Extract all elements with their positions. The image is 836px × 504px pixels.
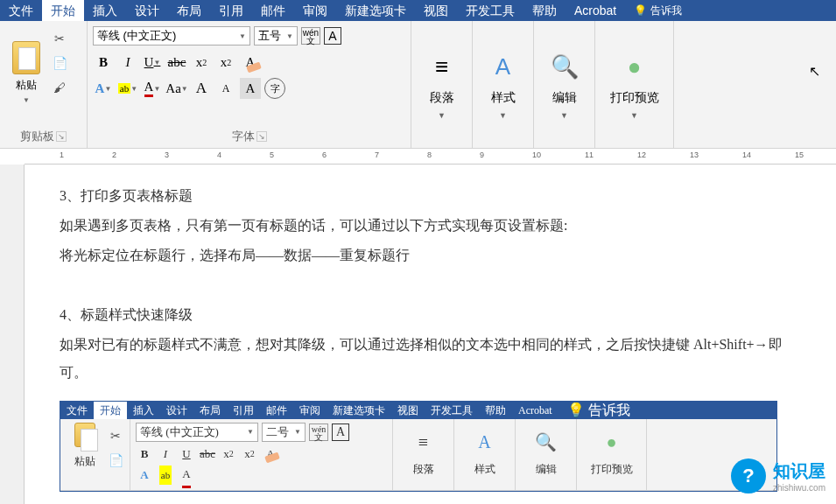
enclose-characters-button[interactable]: 字	[264, 78, 285, 99]
grow-font-button[interactable]: A	[191, 78, 212, 99]
document-area: 3、打印多页表格标题 如果遇到多页表格，只有第一页有标题的话，可以通过以下方式实…	[0, 164, 836, 504]
paste-icon	[74, 423, 95, 447]
cut-button[interactable]: ✂	[51, 30, 68, 47]
shrink-font-button[interactable]: A	[215, 78, 236, 99]
print-preview-group[interactable]: ● 打印预览	[577, 419, 647, 490]
editing-group[interactable]: 🔍 编辑 ▼	[534, 21, 595, 148]
tab-new[interactable]: 新建选项卡	[336, 0, 415, 21]
highlight-button[interactable]: ab▼	[117, 78, 138, 99]
text-effects-button[interactable]: A ▼	[93, 78, 114, 99]
tab-insert[interactable]: 插入	[84, 0, 126, 21]
font-size-select[interactable]: 二号▼	[262, 423, 306, 442]
paste-button[interactable]: 粘贴 ▼	[5, 24, 47, 121]
lightbulb-icon: 💡	[634, 4, 647, 17]
paragraph-label: 段落	[430, 90, 454, 106]
font-group-label: 字体	[232, 129, 255, 144]
chevron-down-icon: ▼	[438, 111, 446, 120]
highlight-button[interactable]: ab	[157, 466, 174, 484]
paragraph-group[interactable]: ≡ 段落	[393, 419, 454, 490]
doc-line: 如果对已有的标题样式不满意，想对其降级，可以通过选择相似的文本选中相同的样式，之…	[60, 331, 801, 387]
tab-review[interactable]: 审阅	[293, 402, 327, 419]
tab-help[interactable]: 帮助	[479, 402, 512, 419]
doc-line: 4、标题样式快速降级	[60, 301, 801, 329]
character-border-button[interactable]: A	[324, 27, 341, 45]
tab-layout[interactable]: 布局	[168, 0, 210, 21]
tab-new[interactable]: 新建选项卡	[327, 402, 391, 419]
clear-formatting-button[interactable]: A	[262, 445, 279, 463]
format-painter-button[interactable]: 🖌	[51, 79, 68, 96]
superscript-button[interactable]: x2	[215, 52, 236, 73]
tab-view[interactable]: 视图	[391, 402, 425, 419]
ribbon-tabs: 文件 开始 插入 设计 布局 引用 邮件 审阅 新建选项卡 视图 开发工具 帮助…	[0, 0, 836, 21]
paragraph-icon: ≡	[418, 430, 428, 453]
tab-file[interactable]: 文件	[60, 402, 94, 419]
clear-formatting-button[interactable]: A	[240, 52, 261, 73]
text-effects-button[interactable]: A	[136, 466, 153, 484]
search-icon: 🔍	[535, 430, 557, 453]
ribbon: 粘贴 ▼ ✂ 📄 🖌 剪贴板 ↘ 等线 (中文正文)▼ 五号▼	[0, 21, 836, 149]
strikethrough-button[interactable]: abc	[199, 445, 216, 463]
tab-help[interactable]: 帮助	[523, 0, 566, 21]
tab-references[interactable]: 引用	[210, 0, 252, 21]
paragraph-icon: ≡	[435, 50, 448, 85]
subscript-button[interactable]: x2	[191, 52, 212, 73]
font-color-button[interactable]: A	[178, 466, 195, 484]
tab-file[interactable]: 文件	[0, 0, 42, 21]
styles-group[interactable]: A 样式 ▼	[473, 21, 534, 148]
font-name-select[interactable]: 等线 (中文正文)▼	[136, 423, 258, 442]
cut-button[interactable]: ✂	[107, 428, 124, 445]
strikethrough-button[interactable]: abc	[166, 52, 187, 73]
phonetic-guide-button[interactable]: wén 文	[301, 27, 320, 45]
subscript-button[interactable]: x2	[220, 445, 237, 463]
character-shading-button[interactable]: A	[240, 78, 261, 99]
styles-label: 样式	[491, 90, 516, 106]
tab-review[interactable]: 审阅	[294, 0, 336, 21]
tab-acrobat[interactable]: Acrobat	[512, 402, 559, 419]
underline-button[interactable]: U ▼	[142, 52, 163, 73]
tab-layout[interactable]: 布局	[193, 402, 227, 419]
ruler[interactable]: 12 34 56 78 910 1112 1314 15	[25, 149, 836, 164]
doc-line: 将光标定位在标题行，选择布局——数据——重复标题行	[60, 242, 801, 270]
tab-acrobat[interactable]: Acrobat	[566, 0, 625, 21]
clipboard-dialog-launcher[interactable]: ↘	[56, 131, 67, 142]
tab-home[interactable]: 开始	[42, 0, 84, 21]
italic-button[interactable]: I	[117, 52, 138, 73]
print-preview-group[interactable]: ● 打印预览 ▼	[595, 21, 674, 148]
chevron-down-icon: ▼	[23, 96, 30, 104]
tab-design[interactable]: 设计	[160, 402, 193, 419]
embedded-tabs: 文件 开始 插入 设计 布局 引用 邮件 审阅 新建选项卡 视图 开发工具 帮助…	[60, 402, 776, 419]
editing-group[interactable]: 🔍 编辑	[516, 419, 577, 490]
tab-references[interactable]: 引用	[227, 402, 260, 419]
bold-button[interactable]: B	[93, 52, 114, 73]
cursor-icon: ↖	[809, 63, 820, 80]
font-dialog-launcher[interactable]: ↘	[256, 131, 267, 142]
document-content[interactable]: 3、打印多页表格标题 如果遇到多页表格，只有第一页有标题的话，可以通过以下方式实…	[25, 164, 836, 504]
change-case-button[interactable]: Aa▼	[166, 78, 187, 99]
tab-developer[interactable]: 开发工具	[457, 0, 523, 21]
tab-mailings[interactable]: 邮件	[260, 402, 293, 419]
tab-view[interactable]: 视图	[415, 0, 457, 21]
font-size-select[interactable]: 五号▼	[254, 26, 298, 46]
tab-developer[interactable]: 开发工具	[425, 402, 479, 419]
superscript-button[interactable]: x2	[241, 445, 258, 463]
watermark-title: 知识屋	[773, 459, 825, 483]
clipboard-label: 剪贴板	[20, 129, 54, 144]
phonetic-guide-button[interactable]: wén文	[309, 424, 328, 441]
character-border-button[interactable]: A	[332, 424, 349, 441]
font-color-button[interactable]: A▼	[142, 78, 163, 99]
tab-mailings[interactable]: 邮件	[252, 0, 294, 21]
styles-group[interactable]: A 样式	[454, 419, 516, 490]
paste-button[interactable]: 粘贴	[66, 423, 103, 472]
chevron-down-icon: ▼	[560, 111, 568, 120]
italic-button[interactable]: I	[157, 445, 174, 463]
copy-button[interactable]: 📄	[51, 54, 68, 72]
tab-design[interactable]: 设计	[126, 0, 168, 21]
tell-me-box[interactable]: 💡 告诉我	[625, 4, 691, 18]
copy-button[interactable]: 📄	[107, 452, 124, 470]
paragraph-group[interactable]: ≡ 段落 ▼	[411, 21, 473, 148]
tab-insert[interactable]: 插入	[127, 402, 160, 419]
bold-button[interactable]: B	[136, 445, 153, 463]
underline-button[interactable]: U	[178, 445, 195, 463]
tab-home[interactable]: 开始	[94, 402, 127, 419]
font-name-select[interactable]: 等线 (中文正文)▼	[93, 26, 250, 46]
